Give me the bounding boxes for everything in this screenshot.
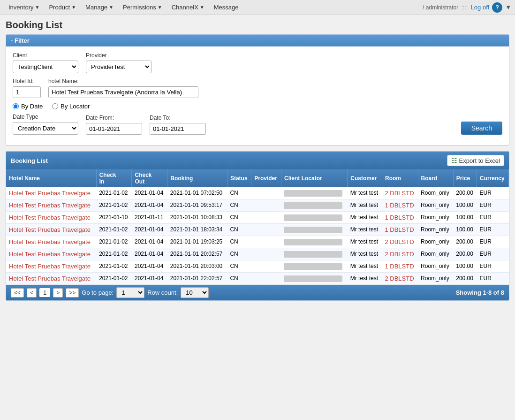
locator-blurred: ████████████████ <box>284 239 342 245</box>
table-header-row: Hotel Name CheckIn CheckOut Booking Stat… <box>6 169 509 187</box>
cell-price: 200.00 <box>453 236 477 248</box>
cell-currency: EUR <box>477 187 509 199</box>
cell-customer: Mr test test <box>348 212 382 224</box>
prev-page-button[interactable]: < <box>27 288 37 298</box>
locator-blurred: ████████████████ <box>284 190 342 197</box>
provider-select[interactable]: ProviderTest <box>86 61 151 73</box>
cell-hotel-name: Hotel Test Pruebas Travelgate <box>6 260 96 273</box>
hotel-name-link[interactable]: Hotel Test Pruebas Travelgate <box>9 190 91 197</box>
date-from-label: Date From: <box>86 115 142 121</box>
export-excel-button[interactable]: ☷ Export to Excel <box>447 155 504 166</box>
room-link[interactable]: 2 DBLSTD <box>385 238 414 245</box>
cell-client-locator: ████████████████ <box>281 273 347 285</box>
by-date-radio-label[interactable]: By Date <box>13 103 43 110</box>
date-from-input[interactable] <box>86 123 142 135</box>
first-page-button[interactable]: << <box>11 288 24 298</box>
hotel-name-link[interactable]: Hotel Test Pruebas Travelgate <box>9 251 91 258</box>
cell-room: 2 DBLSTD <box>382 248 418 260</box>
logoff-link[interactable]: Log off <box>471 4 490 11</box>
room-link[interactable]: 1 DBLSTD <box>385 226 414 233</box>
date-to-input[interactable] <box>150 123 206 135</box>
nav-product[interactable]: Product ▼ <box>44 1 81 14</box>
hotel-name-input[interactable] <box>48 86 198 98</box>
search-button[interactable]: Search <box>461 122 502 135</box>
nav-manage[interactable]: Manage ▼ <box>81 1 118 14</box>
cell-check-out: 2021-01-04 <box>132 199 167 212</box>
col-room: Room <box>382 169 418 187</box>
nav-message[interactable]: Message <box>209 1 243 14</box>
hotel-name-link[interactable]: Hotel Test Pruebas Travelgate <box>9 202 91 209</box>
booking-table: Hotel Name CheckIn CheckOut Booking Stat… <box>6 169 509 285</box>
page-title: Booking List <box>6 20 509 31</box>
cell-check-out: 2021-01-04 <box>132 273 167 285</box>
cell-currency: EUR <box>477 236 509 248</box>
hotel-id-group: Hotel Id: <box>13 78 41 98</box>
cell-price: 200.00 <box>453 248 477 260</box>
cell-board: Room_only <box>418 187 453 199</box>
cell-client-locator: ████████████████ <box>281 187 347 199</box>
cell-customer: Mr test test <box>348 187 382 199</box>
go-to-page-select[interactable]: 1 <box>116 287 144 298</box>
client-select[interactable]: TestingClient <box>13 61 78 73</box>
cell-status: CN <box>227 224 251 236</box>
cell-client-locator: ████████████████ <box>281 199 347 212</box>
room-link[interactable]: 1 DBLSTD <box>385 214 414 221</box>
hotel-name-link[interactable]: Hotel Test Pruebas Travelgate <box>9 263 91 270</box>
room-link[interactable]: 1 DBLSTD <box>385 202 414 209</box>
cell-status: CN <box>227 260 251 273</box>
hotel-name-link[interactable]: Hotel Test Pruebas Travelgate <box>9 275 91 282</box>
cell-room: 1 DBLSTD <box>382 224 418 236</box>
client-label: Client <box>13 52 78 59</box>
cell-hotel-name: Hotel Test Pruebas Travelgate <box>6 187 96 199</box>
room-link[interactable]: 2 DBLSTD <box>385 275 414 282</box>
cell-room: 2 DBLSTD <box>382 273 418 285</box>
cell-hotel-name: Hotel Test Pruebas Travelgate <box>6 248 96 260</box>
showing-text: Showing 1-8 of 8 <box>456 289 504 296</box>
cell-hotel-name: Hotel Test Pruebas Travelgate <box>6 273 96 285</box>
cell-board: Room_only <box>418 273 453 285</box>
chevron-down-icon[interactable]: ▼ <box>505 4 511 11</box>
cell-provider <box>251 260 281 273</box>
cell-customer: Mr test test <box>348 236 382 248</box>
cell-status: CN <box>227 236 251 248</box>
row-count-select[interactable]: 10 25 50 <box>181 287 209 298</box>
cell-check-in: 2021-01-02 <box>96 224 132 236</box>
cell-currency: EUR <box>477 260 509 273</box>
hotel-id-input[interactable] <box>13 86 41 98</box>
booking-list-title: Booking List <box>11 157 48 164</box>
cell-client-locator: ████████████████ <box>281 212 347 224</box>
nav-inventory[interactable]: Inventory ▼ <box>4 1 44 14</box>
by-date-radio[interactable] <box>13 103 19 109</box>
page-content: Booking List - Filter Client TestingClie… <box>0 15 515 305</box>
client-group: Client TestingClient <box>13 52 78 73</box>
date-type-select[interactable]: Creation Date <box>13 122 78 135</box>
help-button[interactable]: ? <box>492 2 502 13</box>
last-page-button[interactable]: >> <box>66 288 79 298</box>
next-page-button[interactable]: > <box>53 288 63 298</box>
col-hotel-name: Hotel Name <box>6 169 96 187</box>
hotel-name-link[interactable]: Hotel Test Pruebas Travelgate <box>9 226 91 233</box>
cell-currency: EUR <box>477 199 509 212</box>
cell-provider <box>251 236 281 248</box>
by-locator-radio[interactable] <box>52 103 58 109</box>
hotel-name-link[interactable]: Hotel Test Pruebas Travelgate <box>9 214 91 221</box>
hotel-name-link[interactable]: Hotel Test Pruebas Travelgate <box>9 238 91 245</box>
cell-booking: 2021-01-01 18:03:34 <box>167 224 227 236</box>
nav-channelx[interactable]: ChannelX ▼ <box>167 1 209 14</box>
cell-customer: Mr test test <box>348 224 382 236</box>
hotel-name-group: hotel Name: <box>48 78 198 98</box>
username: / administrator <box>423 4 458 11</box>
cell-booking: 2021-01-01 07:02:50 <box>167 187 227 199</box>
cell-board: Room_only <box>418 212 453 224</box>
by-locator-radio-label[interactable]: By Locator <box>52 103 90 110</box>
locator-blurred: ████████████████ <box>284 202 342 209</box>
locator-blurred: ████████████████ <box>284 227 342 233</box>
cell-board: Room_only <box>418 224 453 236</box>
room-link[interactable]: 2 DBLSTD <box>385 190 414 197</box>
cell-check-in: 2021-01-02 <box>96 273 132 285</box>
room-link[interactable]: 2 DBLSTD <box>385 251 414 258</box>
room-link[interactable]: 1 DBLSTD <box>385 263 414 270</box>
filter-header[interactable]: - Filter <box>6 35 509 46</box>
cell-client-locator: ████████████████ <box>281 224 347 236</box>
nav-permissions[interactable]: Permissions ▼ <box>118 1 167 14</box>
